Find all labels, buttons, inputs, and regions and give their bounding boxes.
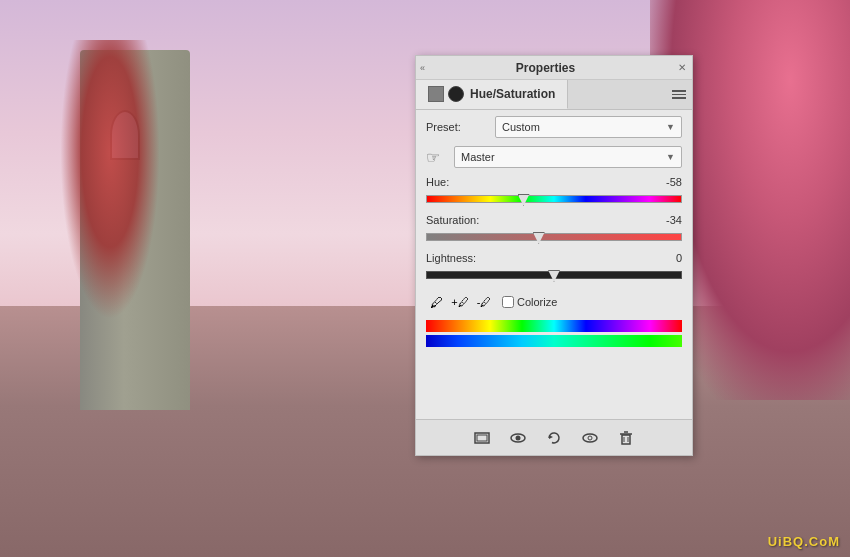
svg-rect-1	[477, 435, 487, 441]
saturation-section: Saturation: -34	[426, 214, 682, 246]
spectrum-original-bar	[426, 320, 682, 332]
preset-dropdown[interactable]: Custom ▼	[495, 116, 682, 138]
spacer	[416, 359, 692, 419]
spectrum-adjusted-bar	[426, 335, 682, 347]
photo-icon	[448, 86, 464, 102]
delete-icon[interactable]	[616, 428, 636, 448]
saturation-slider-thumb[interactable]	[533, 232, 545, 244]
panel-tab[interactable]: Hue/Saturation	[416, 80, 568, 109]
lightness-label: Lightness:	[426, 252, 476, 264]
clip-to-layer-icon[interactable]	[472, 428, 492, 448]
watermark: UiBQ.CoM	[768, 534, 840, 549]
svg-point-3	[516, 435, 521, 440]
preset-value: Custom	[502, 121, 540, 133]
layer-icon	[428, 86, 444, 102]
lightness-header: Lightness: 0	[426, 252, 682, 264]
lightness-slider-track[interactable]	[426, 271, 682, 279]
svg-point-6	[588, 436, 592, 440]
lightness-section: Lightness: 0	[426, 252, 682, 284]
preset-row: Preset: Custom ▼	[426, 116, 682, 138]
channel-dropdown[interactable]: Master ▼	[454, 146, 682, 168]
saturation-slider-track[interactable]	[426, 233, 682, 241]
preset-label: Preset:	[426, 121, 491, 133]
properties-panel: « Properties ✕ Hue/Saturation Preset: Cu…	[415, 55, 693, 456]
lightness-value: 0	[652, 252, 682, 264]
panel-body: Preset: Custom ▼ ☞ Master ▼ Hue: -58	[416, 110, 692, 359]
panel-titlebar: « Properties ✕	[416, 56, 692, 80]
hue-value: -58	[652, 176, 682, 188]
panel-menu-button[interactable]	[666, 80, 692, 109]
saturation-value: -34	[652, 214, 682, 226]
lightness-slider-container	[426, 266, 682, 284]
saturation-slider-container	[426, 228, 682, 246]
colorize-checkbox[interactable]	[502, 296, 514, 308]
adj-title-label: Hue/Saturation	[470, 87, 555, 101]
colorize-group: Colorize	[502, 296, 557, 308]
hue-slider-thumb[interactable]	[518, 194, 530, 206]
reset-icon[interactable]	[544, 428, 564, 448]
menu-lines-icon[interactable]	[672, 90, 686, 99]
tools-row: 🖊 +🖊 -🖊 Colorize	[426, 292, 682, 312]
foliage	[60, 40, 160, 320]
channel-value: Master	[461, 151, 495, 163]
panel-header: Hue/Saturation	[416, 80, 692, 110]
view-previous-icon[interactable]	[580, 428, 600, 448]
channel-dropdown-arrow: ▼	[666, 152, 675, 162]
hue-slider-track[interactable]	[426, 195, 682, 203]
preset-dropdown-arrow: ▼	[666, 122, 675, 132]
hue-slider-container	[426, 190, 682, 208]
eyedropper-plus-icon[interactable]: +🖊	[450, 292, 470, 312]
eyedropper-minus-icon[interactable]: -🖊	[474, 292, 494, 312]
titlebar-controls: ✕	[676, 62, 688, 73]
hand-target-icon[interactable]: ☞	[426, 148, 448, 167]
close-icon[interactable]: ✕	[676, 62, 688, 73]
panel-footer	[416, 419, 692, 455]
hue-label: Hue:	[426, 176, 449, 188]
visibility-icon[interactable]	[508, 428, 528, 448]
channel-row: ☞ Master ▼	[426, 146, 682, 168]
colorize-label: Colorize	[517, 296, 557, 308]
saturation-header: Saturation: -34	[426, 214, 682, 226]
lightness-slider-thumb[interactable]	[548, 270, 560, 282]
svg-rect-7	[622, 435, 630, 444]
svg-marker-4	[549, 435, 553, 439]
svg-point-5	[583, 434, 597, 442]
spectrum-container	[426, 320, 682, 347]
panel-title: Properties	[425, 61, 666, 75]
saturation-label: Saturation:	[426, 214, 479, 226]
hue-section: Hue: -58	[426, 176, 682, 208]
hue-header: Hue: -58	[426, 176, 682, 188]
eyedropper-icon[interactable]: 🖊	[426, 292, 446, 312]
